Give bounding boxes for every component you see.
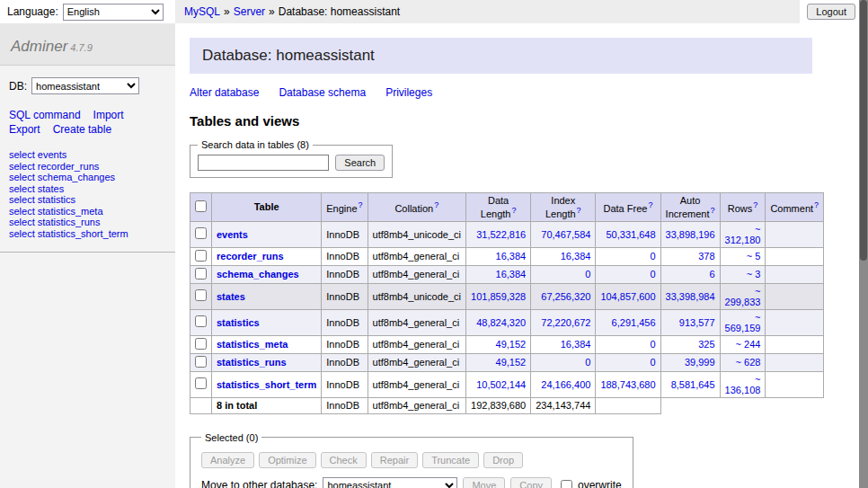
move-button[interactable]: Move bbox=[463, 477, 505, 488]
rows-value[interactable]: ~ 5 bbox=[747, 251, 761, 262]
index-length-value[interactable]: 67,256,320 bbox=[541, 291, 590, 302]
index-length-value[interactable]: 72,220,672 bbox=[541, 317, 590, 328]
auto-increment-value[interactable]: 39,999 bbox=[685, 357, 715, 368]
help-link[interactable]: ? bbox=[577, 206, 581, 215]
copy-button[interactable]: Copy bbox=[510, 477, 552, 488]
move-db-select[interactable]: homeassistant bbox=[323, 477, 457, 488]
data-length-value[interactable]: 16,384 bbox=[496, 269, 527, 279]
auto-increment-value[interactable]: 325 bbox=[698, 339, 714, 350]
link-alter-database[interactable]: Alter database bbox=[190, 86, 259, 99]
sidebar-action-import[interactable]: Import bbox=[93, 109, 124, 121]
data-length-value[interactable]: 49,152 bbox=[496, 357, 527, 368]
table-link-statistics-short-term[interactable]: statistics_short_term bbox=[217, 379, 316, 390]
sidebar-select-events[interactable]: select events bbox=[9, 149, 66, 160]
optimize-button[interactable]: Optimize bbox=[259, 452, 315, 468]
scrollbar-thumb[interactable] bbox=[860, 0, 867, 261]
data-free-value[interactable]: 0 bbox=[650, 339, 655, 350]
overwrite-checkbox[interactable] bbox=[561, 480, 572, 488]
sidebar-select-states[interactable]: select states bbox=[9, 183, 64, 194]
rows-value[interactable]: ~ 3 bbox=[747, 269, 761, 279]
data-length-value[interactable]: 49,152 bbox=[496, 339, 527, 350]
row-checkbox-states[interactable] bbox=[195, 289, 207, 301]
row-checkbox-schema-changes[interactable] bbox=[195, 268, 207, 279]
table-link-recorder-runs[interactable]: recorder_runs bbox=[217, 251, 284, 262]
auto-increment-value[interactable]: 6 bbox=[709, 269, 714, 279]
link-database-schema[interactable]: Database schema bbox=[279, 86, 366, 99]
auto-increment-value[interactable]: 8,581,645 bbox=[671, 379, 715, 390]
logout-button[interactable]: Logout bbox=[807, 4, 855, 20]
sidebar-select-statistics-short-term[interactable]: select statistics_short_term bbox=[9, 228, 128, 239]
data-length-value[interactable]: 10,502,144 bbox=[476, 379, 526, 390]
help-link[interactable]: ? bbox=[753, 200, 757, 209]
db-select[interactable]: homeassistant bbox=[31, 77, 139, 94]
row-checkbox-statistics-meta[interactable] bbox=[195, 338, 207, 350]
index-length-value[interactable]: 24,166,400 bbox=[541, 379, 590, 390]
language-select[interactable]: English bbox=[63, 4, 164, 21]
index-length-value[interactable]: 0 bbox=[585, 269, 590, 279]
rows-value[interactable]: ~ 299,833 bbox=[725, 286, 761, 307]
sidebar-action-sql-command[interactable]: SQL command bbox=[9, 109, 81, 121]
repair-button[interactable]: Repair bbox=[371, 452, 418, 468]
row-checkbox-statistics[interactable] bbox=[195, 315, 207, 327]
rows-value[interactable]: ~ 136,108 bbox=[725, 374, 761, 395]
data-free-value[interactable]: 0 bbox=[650, 269, 655, 279]
data-free-value[interactable]: 0 bbox=[650, 357, 655, 368]
link-privileges[interactable]: Privileges bbox=[385, 86, 432, 99]
data-free-value[interactable]: 104,857,600 bbox=[600, 291, 655, 302]
rows-value[interactable]: ~ 569,159 bbox=[725, 312, 761, 333]
help-link[interactable]: ? bbox=[648, 200, 652, 209]
table-link-statistics-runs[interactable]: statistics_runs bbox=[217, 357, 287, 368]
vertical-scrollbar[interactable] bbox=[859, 0, 868, 488]
sidebar-select-statistics[interactable]: select statistics bbox=[9, 194, 75, 205]
analyze-button[interactable]: Analyze bbox=[201, 452, 254, 468]
auto-increment-value[interactable]: 33,898,196 bbox=[666, 229, 715, 240]
help-link[interactable]: ? bbox=[711, 206, 715, 215]
help-link[interactable]: ? bbox=[359, 200, 363, 209]
table-link-statistics[interactable]: statistics bbox=[217, 317, 260, 328]
table-link-events[interactable]: events bbox=[217, 229, 248, 240]
table-link-statistics-meta[interactable]: statistics_meta bbox=[217, 339, 288, 350]
table-link-states[interactable]: states bbox=[217, 291, 245, 302]
drop-button[interactable]: Drop bbox=[483, 452, 523, 468]
check-button[interactable]: Check bbox=[321, 452, 367, 468]
index-length-value[interactable]: 16,384 bbox=[561, 251, 591, 262]
sidebar-action-export[interactable]: Export bbox=[9, 123, 40, 136]
auto-increment-value[interactable]: 378 bbox=[698, 251, 714, 262]
sidebar-action-create-table[interactable]: Create table bbox=[53, 123, 111, 136]
data-length-value[interactable]: 101,859,328 bbox=[471, 291, 526, 302]
data-free-value[interactable]: 0 bbox=[650, 251, 655, 262]
sidebar-select-recorder-runs[interactable]: select recorder_runs bbox=[9, 161, 99, 172]
search-input[interactable] bbox=[198, 155, 329, 171]
row-checkbox-statistics-short-term[interactable] bbox=[195, 377, 207, 389]
data-free-value[interactable]: 188,743,680 bbox=[600, 379, 655, 390]
row-checkbox-events[interactable] bbox=[195, 227, 207, 239]
sidebar-select-schema-changes[interactable]: select schema_changes bbox=[9, 172, 115, 182]
row-checkbox-recorder-runs[interactable] bbox=[195, 250, 207, 262]
search-button[interactable]: Search bbox=[335, 155, 385, 171]
auto-increment-value[interactable]: 913,577 bbox=[679, 317, 715, 328]
data-free-value[interactable]: 6,291,456 bbox=[612, 317, 656, 328]
help-link[interactable]: ? bbox=[434, 200, 438, 209]
select-all-checkbox[interactable] bbox=[195, 200, 207, 212]
breadcrumb-link-server[interactable]: Server bbox=[234, 5, 265, 18]
breadcrumb-link-mysql[interactable]: MySQL bbox=[184, 5, 220, 18]
data-length-value[interactable]: 31,522,816 bbox=[476, 229, 526, 240]
rows-value[interactable]: ~ 244 bbox=[736, 339, 761, 350]
help-link[interactable]: ? bbox=[511, 206, 516, 215]
index-length-value[interactable]: 16,384 bbox=[561, 339, 591, 350]
data-length-value[interactable]: 16,384 bbox=[496, 251, 527, 262]
help-link[interactable]: ? bbox=[814, 200, 819, 209]
auto-increment-value[interactable]: 33,398,984 bbox=[666, 291, 715, 302]
table-link-schema-changes[interactable]: schema_changes bbox=[217, 269, 299, 279]
index-length-value[interactable]: 70,467,584 bbox=[541, 229, 590, 240]
truncate-button[interactable]: Truncate bbox=[422, 452, 479, 468]
sidebar-select-statistics-meta[interactable]: select statistics_meta bbox=[9, 206, 103, 217]
index-length-value[interactable]: 0 bbox=[585, 357, 590, 368]
rows-value[interactable]: ~ 312,180 bbox=[725, 224, 761, 245]
data-free-value[interactable]: 50,331,648 bbox=[606, 229, 655, 240]
data-free-cell: 104,857,600 bbox=[596, 283, 660, 309]
row-checkbox-statistics-runs[interactable] bbox=[195, 356, 207, 368]
rows-value[interactable]: ~ 628 bbox=[736, 357, 761, 368]
sidebar-select-statistics-runs[interactable]: select statistics_runs bbox=[9, 217, 100, 227]
data-length-value[interactable]: 48,824,320 bbox=[476, 317, 526, 328]
